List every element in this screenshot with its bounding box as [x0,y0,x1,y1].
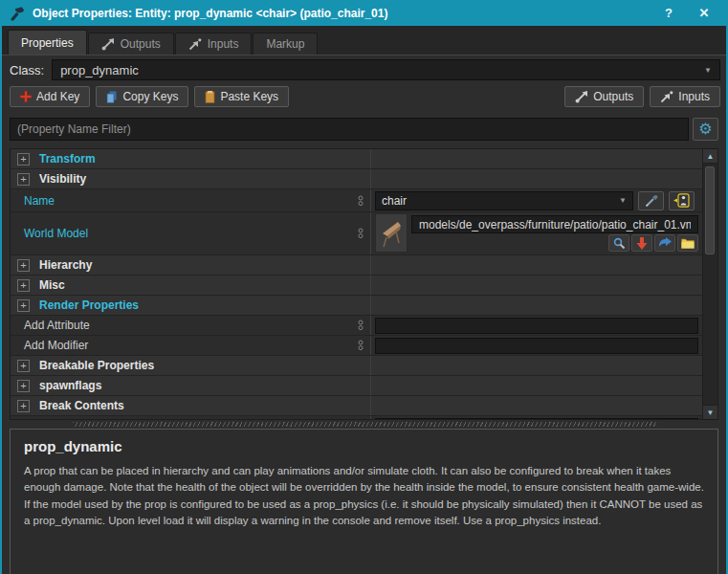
scroll-up-button[interactable]: ▲ [703,149,717,164]
filter-settings-button[interactable]: ⚙ [693,118,718,141]
property-row-add-modifier: Add Modifier [11,336,702,356]
property-label: Add Modifier [24,339,88,352]
browse-model-button[interactable] [608,234,629,252]
output-arrow-icon [101,38,115,51]
eyedropper-icon [645,194,658,208]
expand-icon[interactable]: + [17,173,30,186]
category-label: Render Properties [39,298,139,312]
property-row-world-model: World Model [11,212,702,255]
load-model-button[interactable] [631,234,652,252]
property-row-alpha: Alpha [11,416,702,420]
input-arrow-icon [660,91,673,103]
expand-icon[interactable]: + [17,360,30,372]
expand-icon[interactable]: + [17,259,30,272]
close-button[interactable]: ✕ [690,6,718,20]
tab-markup[interactable]: Markup [253,33,318,55]
class-value: prop_dynamic [60,63,139,77]
tab-properties[interactable]: Properties [8,30,87,55]
property-label: Name [24,194,55,208]
category-row-break-contents[interactable]: + Break Contents [11,396,702,416]
class-label: Class: [10,63,44,77]
tab-inputs[interactable]: Inputs [175,33,253,55]
pick-entity-icon [673,193,690,208]
alpha-input[interactable] [375,418,698,421]
folder-button[interactable] [677,234,698,252]
model-thumbnail[interactable] [375,213,408,253]
category-row-spawnflags[interactable]: + spawnflags [11,376,702,396]
hammer-icon [10,6,26,21]
tab-bar: Properties Outputs Inputs [2,26,726,55]
eyedropper-button[interactable] [638,191,664,210]
category-label: spawnflags [39,379,101,392]
name-combobox[interactable]: chair ▼ [375,191,633,210]
add-attribute-input[interactable] [375,318,698,334]
paste-keys-button[interactable]: Paste Keys [194,86,289,107]
expand-icon[interactable]: + [17,299,30,312]
object-properties-dialog: Object Properties: Entity: prop_dynamic … [0,0,728,574]
property-label: Add Attribute [24,319,90,332]
property-row-add-attribute: Add Attribute [11,316,702,336]
input-arrow-icon [188,38,202,51]
outputs-button[interactable]: Outputs [564,86,644,107]
splitter-handle[interactable] [2,420,726,429]
name-value: chair [382,194,407,208]
help-button[interactable]: ? [654,6,683,20]
category-row-hierarchy[interactable]: + Hierarchy [11,255,702,276]
scroll-down-button[interactable]: ▼ [703,405,717,419]
scroll-down-icon: ▼ [707,408,715,417]
property-label: World Model [24,227,88,240]
inputs-button[interactable]: Inputs [650,86,720,107]
expand-icon[interactable]: + [17,279,30,292]
titlebar[interactable]: Object Properties: Entity: prop_dynamic … [2,0,726,26]
category-row-visibility[interactable]: + Visibility [11,169,702,189]
red-down-arrow-icon [636,237,648,250]
help-title: prop_dynamic [24,438,704,454]
category-label: Visibility [39,172,86,186]
expand-icon[interactable]: + [17,380,30,392]
property-grid: + Transform + Visibility Name [10,148,718,420]
category-label: Break Contents [39,399,124,412]
category-label: Misc [39,278,65,292]
expand-icon[interactable]: + [17,153,30,166]
category-row-render-properties[interactable]: + Render Properties [11,296,702,316]
category-label: Transform [39,152,96,166]
variable-bind-icon [358,320,364,331]
category-row-misc[interactable]: + Misc [11,276,702,296]
tab-outputs[interactable]: Outputs [88,33,174,55]
properties-page: Class: prop_dynamic ▼ Add Key [2,55,726,574]
folder-icon [681,237,695,249]
output-arrow-icon [575,91,588,103]
chevron-down-icon: ▼ [704,66,712,75]
plus-icon [20,91,32,102]
copy-icon [106,91,118,103]
copy-keys-button[interactable]: Copy Keys [96,86,188,107]
category-label: Breakable Properties [39,359,154,372]
category-row-transform[interactable]: + Transform [11,149,702,169]
goto-model-button[interactable] [654,234,675,252]
magnifier-icon [613,237,626,250]
chevron-down-icon: ▼ [619,196,627,205]
world-model-input[interactable] [411,215,698,233]
scrollbar-thumb[interactable] [705,166,715,254]
paste-icon [205,91,215,103]
variable-bind-icon [358,228,364,239]
key-toolbar: Add Key Copy Keys Paste [2,82,726,111]
blue-right-arrow-icon [659,237,672,249]
help-panel: prop_dynamic A prop that can be placed i… [10,429,718,574]
add-key-button[interactable]: Add Key [10,86,90,107]
add-modifier-input[interactable] [375,338,698,354]
category-row-breakable-properties[interactable]: + Breakable Properties [11,356,702,376]
filter-row: ⚙ [2,111,726,143]
gear-icon: ⚙ [698,121,712,137]
category-label: Hierarchy [39,258,92,272]
class-combobox[interactable]: prop_dynamic ▼ [52,59,720,80]
scroll-up-icon: ▲ [707,152,715,161]
variable-bind-icon [358,340,364,351]
expand-icon[interactable]: + [17,400,30,412]
variable-bind-icon [358,195,364,207]
class-row: Class: prop_dynamic ▼ [2,55,726,82]
property-label: Alpha [24,419,54,420]
pick-entity-button[interactable] [669,191,695,210]
vertical-scrollbar[interactable]: ▲ ▼ [702,149,717,419]
property-filter-input[interactable] [10,118,689,141]
